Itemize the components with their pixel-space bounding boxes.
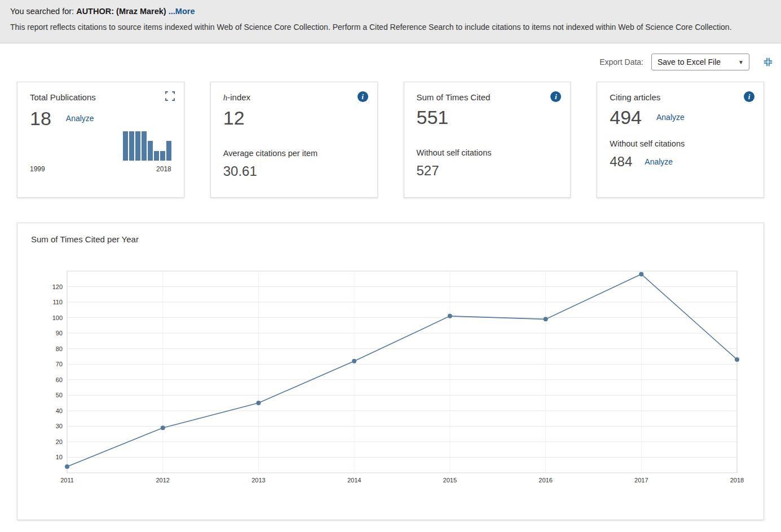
mini-bar-chart [30, 131, 171, 161]
svg-text:110: 110 [52, 299, 63, 305]
mini-bar [135, 131, 140, 161]
avg-citations-label: Average citations per item [223, 149, 365, 158]
mini-bar [160, 151, 165, 161]
info-icon[interactable]: i [550, 91, 561, 102]
svg-text:40: 40 [56, 407, 63, 414]
export-row: Export Data: Save to Excel File ▼ [0, 43, 781, 70]
card-sum-times-cited: Sum of Times Cited i 551 Without self ci… [404, 82, 571, 198]
svg-text:50: 50 [56, 392, 63, 398]
svg-text:2015: 2015 [443, 477, 457, 484]
info-icon[interactable]: i [744, 91, 754, 102]
citing-articles-value: 494 [610, 108, 642, 127]
total-publications-value: 18 [30, 109, 51, 128]
citations-per-year-card: Sum of Times Cited per Year 102030405060… [17, 223, 764, 520]
mini-bar [123, 131, 128, 161]
collapse-icon[interactable] [763, 57, 773, 67]
search-line: You searched for: AUTHOR: (Mraz Marek) .… [10, 5, 771, 23]
svg-text:30: 30 [56, 423, 63, 429]
chart-title: Sum of Times Cited per Year [31, 234, 750, 244]
without-self-citations-label: Without self citations [610, 139, 751, 148]
export-data-label: Export Data: [599, 57, 643, 66]
line-chart-svg: 1020304050607080901001101202011201220132… [31, 264, 753, 490]
without-self-citations-label: Without self citations [417, 148, 558, 157]
card-total-publications: Total Publications 18 Analyze 1999 2018 [17, 82, 184, 198]
metric-cards-row: Total Publications 18 Analyze 1999 2018 [0, 70, 781, 198]
svg-text:2014: 2014 [347, 477, 361, 484]
h-index-rest: -index [227, 92, 250, 102]
citing-without-self-value: 484 [610, 155, 632, 169]
svg-text:100: 100 [52, 314, 63, 321]
more-link[interactable]: ...More [169, 7, 195, 16]
searched-for-label: You searched for: [10, 7, 74, 16]
svg-text:20: 20 [56, 438, 63, 445]
svg-text:80: 80 [56, 345, 63, 352]
svg-text:90: 90 [56, 330, 63, 336]
export-format-value: Save to Excel File [658, 57, 721, 66]
without-self-citations-value: 527 [417, 164, 558, 178]
report-note: This report reflects citations to source… [10, 23, 771, 32]
mini-bar [148, 141, 153, 161]
card-title: Sum of Times Cited [417, 92, 491, 102]
svg-text:2012: 2012 [156, 477, 169, 484]
sum-times-cited-value: 551 [417, 108, 449, 127]
svg-text:60: 60 [56, 376, 63, 383]
mini-bar [129, 131, 134, 161]
mini-chart-year-start: 1999 [30, 165, 45, 173]
svg-text:2017: 2017 [634, 477, 648, 484]
card-h-index: h-index i 12 Average citations per item … [210, 82, 378, 198]
analyze-publications-link[interactable]: Analyze [66, 114, 94, 123]
search-query: AUTHOR: (Mraz Marek) [76, 7, 166, 16]
card-title: Citing articles [610, 92, 660, 102]
analyze-citing-articles-link[interactable]: Analyze [656, 113, 685, 122]
analyze-citing-without-self-link[interactable]: Analyze [645, 157, 673, 166]
h-index-value: 12 [223, 108, 245, 127]
svg-text:120: 120 [52, 283, 63, 290]
mini-bar [154, 151, 159, 161]
svg-text:2018: 2018 [730, 477, 744, 484]
expand-icon[interactable] [165, 91, 175, 103]
mini-chart-year-end: 2018 [156, 165, 171, 173]
svg-text:2013: 2013 [251, 477, 265, 484]
info-icon[interactable]: i [358, 91, 368, 102]
svg-text:2016: 2016 [539, 477, 552, 484]
svg-text:70: 70 [56, 361, 63, 367]
svg-text:10: 10 [56, 454, 63, 460]
avg-citations-value: 30.61 [223, 165, 365, 178]
card-citing-articles: Citing articles i 494 Analyze Without se… [597, 82, 764, 198]
mini-bar [142, 131, 147, 161]
mini-bar [166, 141, 171, 161]
card-title: Total Publications [30, 92, 96, 102]
card-title: h-index [223, 92, 250, 103]
chevron-down-icon: ▼ [738, 59, 744, 65]
svg-text:2011: 2011 [60, 477, 74, 484]
mini-chart-years: 1999 2018 [30, 165, 171, 173]
export-format-select[interactable]: Save to Excel File ▼ [651, 54, 749, 70]
search-summary-bar: You searched for: AUTHOR: (Mraz Marek) .… [0, 0, 781, 43]
